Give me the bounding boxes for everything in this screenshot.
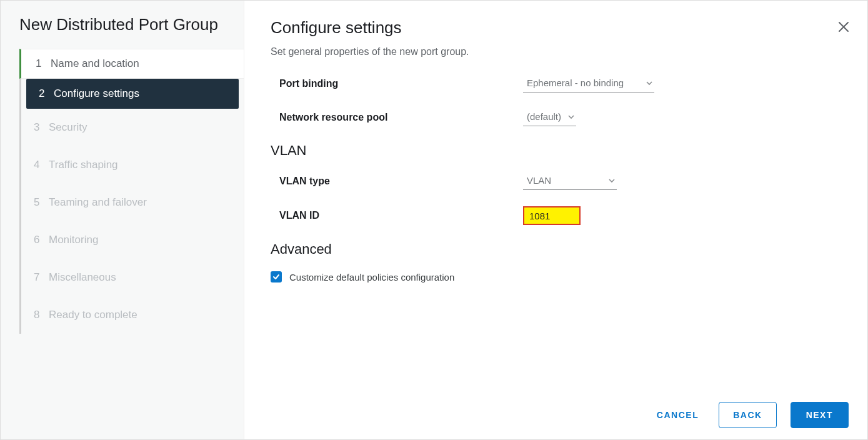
close-button[interactable]: [837, 21, 850, 36]
port-binding-select[interactable]: Ephemeral - no binding: [523, 75, 654, 92]
step-monitoring: 6 Monitoring: [21, 221, 244, 259]
page-title: Configure settings: [271, 18, 842, 38]
vlan-id-label: VLAN ID: [279, 210, 523, 221]
step-label: Name and location: [51, 58, 139, 70]
step-number: 7: [34, 271, 49, 284]
check-icon: [272, 273, 280, 281]
port-binding-label: Port binding: [279, 78, 523, 89]
page-subtitle: Set general properties of the new port g…: [271, 46, 842, 58]
vlan-type-label: VLAN type: [279, 176, 523, 187]
vlan-type-select[interactable]: VLAN: [523, 172, 617, 190]
next-button[interactable]: NEXT: [791, 402, 849, 428]
vlan-id-input[interactable]: [523, 206, 581, 225]
step-teaming-failover: 5 Teaming and failover: [21, 184, 244, 221]
customize-label: Customize default policies configuration: [289, 272, 454, 282]
network-pool-value: (default): [527, 111, 561, 122]
step-ready-complete: 8 Ready to complete: [21, 296, 244, 334]
row-port-binding: Port binding Ephemeral - no binding: [271, 75, 842, 92]
step-configure-settings[interactable]: 2 Configure settings: [26, 79, 239, 109]
advanced-header: Advanced: [271, 241, 842, 258]
wizard-title: New Distributed Port Group: [1, 14, 244, 49]
close-icon: [837, 21, 850, 33]
row-network-pool: Network resource pool (default): [271, 109, 842, 126]
row-customize-policies: Customize default policies configuration: [271, 271, 842, 282]
step-label: Configure settings: [54, 88, 139, 100]
step-traffic-shaping: 4 Traffic shaping: [21, 146, 244, 184]
row-vlan-type: VLAN type VLAN: [271, 172, 842, 190]
step-miscellaneous: 7 Miscellaneous: [21, 259, 244, 296]
step-number: 6: [34, 234, 49, 246]
step-label: Teaming and failover: [49, 196, 147, 209]
wizard-dialog: New Distributed Port Group 1 Name and lo…: [0, 0, 868, 440]
step-number: 8: [34, 309, 49, 321]
step-label: Traffic shaping: [49, 159, 118, 171]
network-pool-select[interactable]: (default): [523, 109, 576, 126]
chevron-down-icon: [567, 113, 575, 121]
wizard-steps: 1 Name and location 2 Configure settings…: [19, 49, 244, 334]
network-pool-label: Network resource pool: [279, 112, 523, 123]
step-security: 3 Security: [21, 109, 244, 146]
chevron-down-icon: [646, 79, 653, 87]
step-name-location[interactable]: 1 Name and location: [19, 49, 244, 79]
back-button[interactable]: BACK: [719, 402, 776, 428]
wizard-footer: CANCEL BACK NEXT: [651, 402, 849, 428]
port-binding-value: Ephemeral - no binding: [527, 78, 624, 88]
customize-checkbox[interactable]: [271, 271, 282, 282]
cancel-button[interactable]: CANCEL: [651, 402, 705, 428]
step-number: 1: [36, 58, 51, 70]
step-number: 4: [34, 159, 49, 171]
step-label: Security: [49, 121, 87, 134]
step-number: 3: [34, 121, 49, 134]
chevron-down-icon: [608, 177, 616, 184]
row-vlan-id: VLAN ID: [271, 206, 842, 225]
step-label: Monitoring: [49, 234, 98, 246]
step-number: 5: [34, 196, 49, 209]
vlan-header: VLAN: [271, 142, 842, 159]
step-label: Miscellaneous: [49, 271, 116, 284]
wizard-sidebar: New Distributed Port Group 1 Name and lo…: [1, 1, 244, 439]
step-label: Ready to complete: [49, 309, 137, 321]
step-number: 2: [39, 88, 54, 100]
wizard-main: Configure settings Set general propertie…: [244, 1, 867, 439]
vlan-type-value: VLAN: [527, 175, 551, 186]
